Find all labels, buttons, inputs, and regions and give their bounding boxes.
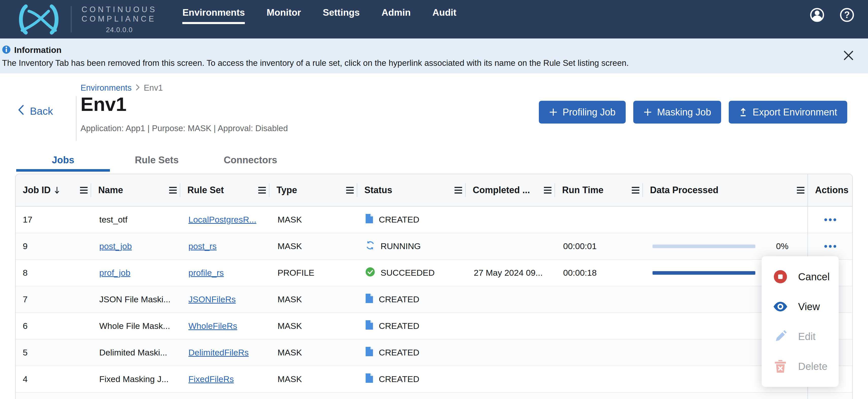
cell-status: SUCCEEDED: [357, 260, 466, 286]
tab-jobs[interactable]: Jobs: [16, 148, 110, 172]
job-name: Fixed Masking J...: [99, 374, 168, 384]
cell-completed: [466, 233, 555, 259]
nav-item-settings[interactable]: Settings: [323, 7, 360, 24]
column-menu-icon[interactable]: [80, 187, 88, 194]
column-header-completed[interactable]: Completed ...: [466, 174, 555, 206]
cell-completed: [466, 286, 555, 312]
nav-item-admin[interactable]: Admin: [381, 7, 411, 24]
status-label: SUCCEEDED: [380, 268, 435, 278]
column-label: Name: [98, 185, 123, 195]
column-menu-icon[interactable]: [169, 187, 177, 194]
cell-run-time: [555, 313, 643, 339]
header-divider: [76, 96, 76, 141]
app-root: CONTINUOUS COMPLIANCE 24.0.0.0 Environme…: [0, 0, 868, 399]
column-label: Data Processed: [650, 185, 718, 195]
nav-item-audit[interactable]: Audit: [432, 7, 457, 24]
masking-job-button[interactable]: Masking Job: [633, 101, 721, 124]
profiling-job-button[interactable]: Profiling Job: [539, 101, 626, 124]
export-environment-button[interactable]: Export Environment: [729, 101, 847, 124]
column-header-run-time[interactable]: Run Time: [555, 174, 643, 206]
breadcrumb-environments-link[interactable]: Environments: [81, 83, 132, 93]
column-menu-icon[interactable]: [346, 187, 354, 194]
column-header-rule-set[interactable]: Rule Set: [180, 174, 270, 206]
rule-set-link[interactable]: post_rs: [188, 241, 217, 251]
upload-icon: [739, 108, 747, 117]
masking-job-label: Masking Job: [657, 107, 711, 118]
status-created-icon: [365, 320, 373, 332]
user-icon[interactable]: [810, 8, 825, 23]
nav-item-environments[interactable]: Environments: [182, 7, 245, 24]
job-name-link[interactable]: prof_job: [99, 268, 130, 278]
delphix-logo-icon: [16, 4, 61, 36]
table-header: Job IDNameRule SetTypeStatusCompleted ..…: [16, 174, 852, 207]
status-label: CREATED: [379, 347, 419, 358]
tab-connectors[interactable]: Connectors: [204, 148, 297, 172]
column-label: Status: [364, 185, 392, 195]
rule-set-link[interactable]: profile_rs: [188, 268, 224, 278]
column-header-job-id[interactable]: Job ID: [16, 174, 91, 206]
cell-name: Whole File Mask...: [91, 313, 180, 339]
cell-run-time: [555, 207, 643, 233]
column-header-name[interactable]: Name: [91, 174, 180, 206]
cell-completed: 27 May 2024 09...: [466, 260, 555, 286]
rule-set-link[interactable]: LocalPostgresR...: [188, 215, 256, 224]
column-label: Rule Set: [187, 185, 224, 195]
column-label: Actions: [815, 185, 848, 195]
banner-title: Information: [14, 45, 62, 55]
nav-icons: ?: [810, 8, 854, 23]
job-name-link[interactable]: post_job: [99, 241, 132, 251]
rule-set-link[interactable]: FixedFileRs: [188, 374, 234, 384]
column-menu-icon[interactable]: [544, 187, 552, 194]
nav-item-monitor[interactable]: Monitor: [267, 7, 301, 24]
menu-item-view[interactable]: View: [762, 291, 839, 321]
back-label: Back: [30, 105, 53, 117]
brand: CONTINUOUS COMPLIANCE 24.0.0.0: [16, 3, 157, 36]
menu-item-cancel[interactable]: Cancel: [762, 262, 839, 291]
back-button[interactable]: Back: [18, 105, 53, 118]
cell-rule-set: JSONFileRs: [180, 286, 270, 312]
cell-name: post_job: [91, 233, 180, 259]
column-menu-icon[interactable]: [258, 187, 266, 194]
plus-icon: [549, 108, 558, 117]
trash-icon: [773, 360, 788, 373]
cell-run-time: [555, 286, 643, 312]
row-actions-menu-button[interactable]: [824, 218, 836, 221]
cell-data-processed: 0%: [643, 233, 808, 259]
close-icon[interactable]: [843, 50, 854, 62]
column-header-status[interactable]: Status: [357, 174, 466, 206]
cell-status: CREATED: [357, 339, 466, 366]
eye-icon: [773, 302, 788, 312]
help-icon[interactable]: ?: [840, 8, 854, 23]
cell-rule-set: profile_rs: [180, 260, 270, 286]
rule-set-link[interactable]: JSONFileRs: [188, 295, 236, 304]
cell-rule-set: LocalPostgresR...: [180, 207, 270, 233]
plus-icon: [643, 108, 652, 117]
rule-set-link[interactable]: DelimitedFileRs: [188, 347, 249, 358]
column-menu-icon[interactable]: [632, 187, 639, 194]
column-header-type[interactable]: Type: [270, 174, 357, 206]
cell-status: CREATED: [357, 286, 466, 312]
cell-run-time: [555, 339, 643, 366]
cell-name: prof_job: [91, 260, 180, 286]
cell-type: MASK: [270, 286, 357, 312]
tab-rule-sets[interactable]: Rule Sets: [110, 148, 204, 172]
profiling-job-label: Profiling Job: [563, 107, 616, 118]
sort-desc-icon[interactable]: [54, 186, 60, 194]
status-label: CREATED: [379, 295, 419, 304]
cell-job-id: 8: [16, 260, 91, 286]
cell-rule-set: WholeFileRs: [180, 313, 270, 339]
status-succeeded-icon: [365, 267, 375, 279]
cell-completed: [466, 339, 555, 366]
column-menu-icon[interactable]: [455, 187, 462, 194]
cell-rule-set: FixedFileRs: [180, 366, 270, 392]
table-row: 7JSON File Maski...JSONFileRsMASKCREATED: [16, 286, 852, 313]
row-actions-menu-button[interactable]: [824, 245, 836, 248]
column-menu-icon[interactable]: [797, 187, 804, 194]
tab-bar: JobsRule SetsConnectors: [16, 148, 297, 172]
rule-set-link[interactable]: WholeFileRs: [188, 321, 237, 331]
brand-line2: COMPLIANCE: [82, 14, 157, 24]
top-navbar: CONTINUOUS COMPLIANCE 24.0.0.0 Environme…: [0, 0, 868, 38]
menu-item-delete: Delete: [762, 351, 839, 381]
column-header-data-processed[interactable]: Data Processed: [643, 174, 808, 206]
column-header-actions[interactable]: Actions: [808, 174, 852, 206]
